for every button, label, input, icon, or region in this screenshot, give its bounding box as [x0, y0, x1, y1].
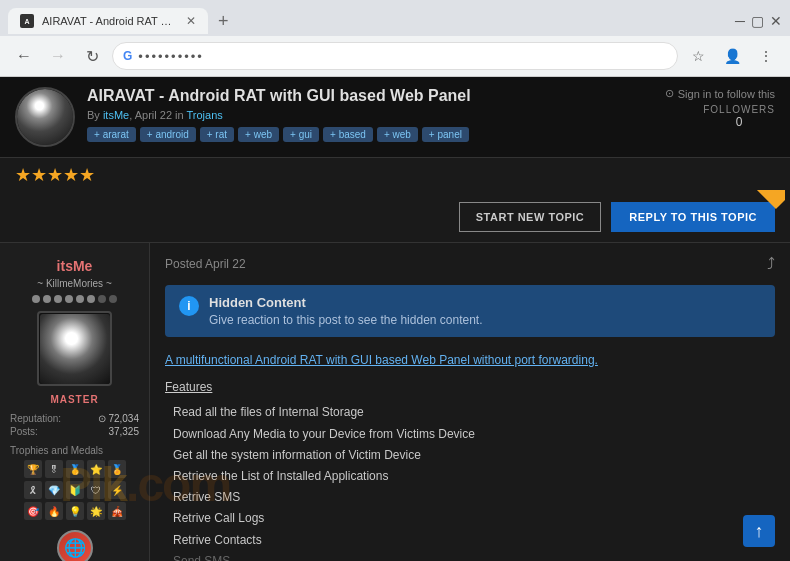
- scroll-to-top-button[interactable]: ↑: [743, 515, 775, 547]
- avatar-image: [40, 314, 110, 384]
- post-body: A multifunctional Android RAT with GUI b…: [165, 351, 775, 561]
- trophy-3: 🥇: [66, 460, 84, 478]
- reputation-stat: Reputation: ⊙ 72,034: [10, 413, 139, 424]
- trophy-7: 💎: [45, 481, 63, 499]
- reply-to-topic-button[interactable]: REPLY TO THIS TOPIC: [611, 202, 775, 232]
- followers-label: FOLLOWERS: [703, 104, 775, 115]
- tag-panel[interactable]: panel: [422, 127, 469, 142]
- posts-stat: Posts: 37,325: [10, 426, 139, 437]
- followers-count: 0: [703, 115, 775, 129]
- trophy-1: 🏆: [24, 460, 42, 478]
- features-list: Read all the files of Internal Storage D…: [165, 403, 775, 561]
- feature-1: Read all the files of Internal Storage: [173, 403, 775, 422]
- followers-box: FOLLOWERS 0: [703, 104, 775, 129]
- dot-7: [98, 295, 106, 303]
- browser-chrome: A AIRAVAT - Android RAT with GUI... ✕ + …: [0, 0, 790, 77]
- reputation-label: Reputation:: [10, 413, 61, 424]
- trophy-11: 🎯: [24, 502, 42, 520]
- info-icon: i: [179, 296, 199, 316]
- nav-right-icons: ☆ 👤 ⋮: [684, 42, 780, 70]
- user-sidebar: itsMe ~ KillmeMories ~ MASTER: [0, 243, 150, 561]
- tag-gui[interactable]: gui: [283, 127, 319, 142]
- posts-label: Posts:: [10, 426, 38, 437]
- tab-favicon: A: [20, 14, 34, 28]
- tags-container: ararat android rat web gui based web pan…: [87, 127, 653, 142]
- hidden-content-title: Hidden Content: [209, 295, 483, 310]
- dot-1: [32, 295, 40, 303]
- follow-link[interactable]: ⊙ Sign in to follow this: [665, 87, 775, 100]
- header-info: AIRAVAT - Android RAT with GUI based Web…: [87, 87, 653, 142]
- user-badge-icon: 🌐: [57, 530, 93, 561]
- profile-icon[interactable]: 👤: [718, 42, 746, 70]
- active-tab[interactable]: A AIRAVAT - Android RAT with GUI... ✕: [8, 8, 208, 34]
- reload-button[interactable]: ↻: [78, 42, 106, 70]
- trophy-4: ⭐: [87, 460, 105, 478]
- feature-3: Get all the system information of Victim…: [173, 446, 775, 465]
- feature-7: Retrive Contacts: [173, 531, 775, 550]
- trophy-9: 🛡: [87, 481, 105, 499]
- google-icon: G: [123, 49, 132, 63]
- follow-icon: ⊙: [665, 87, 674, 100]
- feature-5: Retrive SMS: [173, 488, 775, 507]
- reputation-value: ⊙ 72,034: [98, 413, 139, 424]
- user-rank: MASTER: [50, 394, 98, 405]
- category-link[interactable]: Trojans: [186, 109, 222, 121]
- tag-based[interactable]: based: [323, 127, 373, 142]
- minimize-button[interactable]: ─: [735, 13, 745, 29]
- author-link[interactable]: itsMe: [103, 109, 129, 121]
- topic-meta: By itsMe, April 22 in Trojans: [87, 109, 653, 121]
- url-text: ••••••••••: [138, 49, 204, 64]
- forward-button[interactable]: →: [44, 42, 72, 70]
- tag-web2[interactable]: web: [377, 127, 418, 142]
- tag-rat[interactable]: rat: [200, 127, 234, 142]
- dot-4: [65, 295, 73, 303]
- feature-2: Download Any Media to your Device from V…: [173, 425, 775, 444]
- topic-actions: START NEW TOPIC REPLY TO THIS TOPIC: [0, 192, 790, 242]
- trophy-14: 🌟: [87, 502, 105, 520]
- back-button[interactable]: ←: [10, 42, 38, 70]
- tag-web[interactable]: web: [238, 127, 279, 142]
- feature-8: Send SMS: [173, 552, 775, 561]
- username: itsMe: [57, 258, 93, 274]
- new-tab-button[interactable]: +: [212, 11, 235, 32]
- feature-6: Retrive Call Logs: [173, 509, 775, 528]
- tab-title: AIRAVAT - Android RAT with GUI...: [42, 15, 174, 27]
- dot-3: [54, 295, 62, 303]
- menu-icon[interactable]: ⋮: [752, 42, 780, 70]
- tab-close-button[interactable]: ✕: [186, 14, 196, 28]
- trophy-10: ⚡: [108, 481, 126, 499]
- main-description-link[interactable]: A multifunctional Android RAT with GUI b…: [165, 351, 775, 370]
- star-rating[interactable]: ★★★★★: [15, 165, 95, 185]
- dot-5: [76, 295, 84, 303]
- close-window-button[interactable]: ✕: [770, 13, 782, 29]
- post-content-area: Posted April 22 ⤴ i Hidden Content Give …: [150, 243, 790, 561]
- tab-bar: A AIRAVAT - Android RAT with GUI... ✕ + …: [0, 0, 790, 36]
- user-reputation-dots: [32, 295, 117, 303]
- trophy-12: 🔥: [45, 502, 63, 520]
- dot-2: [43, 295, 51, 303]
- bookmark-icon[interactable]: ☆: [684, 42, 712, 70]
- features-section-title: Features: [165, 378, 775, 397]
- post-posted-date: Posted April 22: [165, 257, 246, 271]
- trophies-grid: 🏆 🎖 🥇 ⭐ 🏅 🎗 💎 🔰 🛡 ⚡ 🎯 🔥 💡 🌟 🎪: [24, 460, 126, 520]
- site-logo: [15, 87, 75, 147]
- header-right: ⊙ Sign in to follow this FOLLOWERS 0: [665, 87, 775, 129]
- dot-6: [87, 295, 95, 303]
- post-layout: itsMe ~ KillmeMories ~ MASTER: [0, 242, 790, 561]
- trophy-13: 💡: [66, 502, 84, 520]
- maximize-button[interactable]: ▢: [751, 13, 764, 29]
- nav-bar: ← → ↻ G •••••••••• ☆ 👤 ⋮: [0, 36, 790, 76]
- tag-android[interactable]: android: [140, 127, 196, 142]
- hidden-content-text: Hidden Content Give reaction to this pos…: [209, 295, 483, 327]
- hidden-content-box: i Hidden Content Give reaction to this p…: [165, 285, 775, 337]
- site-header: AIRAVAT - Android RAT with GUI based Web…: [0, 77, 790, 158]
- tag-ararat[interactable]: ararat: [87, 127, 136, 142]
- trophy-2: 🎖: [45, 460, 63, 478]
- start-new-topic-button[interactable]: START NEW TOPIC: [459, 202, 602, 232]
- trophy-5: 🏅: [108, 460, 126, 478]
- topic-title: AIRAVAT - Android RAT with GUI based Web…: [87, 87, 653, 105]
- feature-4: Retrieve the List of Installed Applicati…: [173, 467, 775, 486]
- stars-row: ★★★★★: [0, 158, 790, 192]
- share-icon[interactable]: ⤴: [767, 255, 775, 273]
- address-bar[interactable]: G ••••••••••: [112, 42, 678, 70]
